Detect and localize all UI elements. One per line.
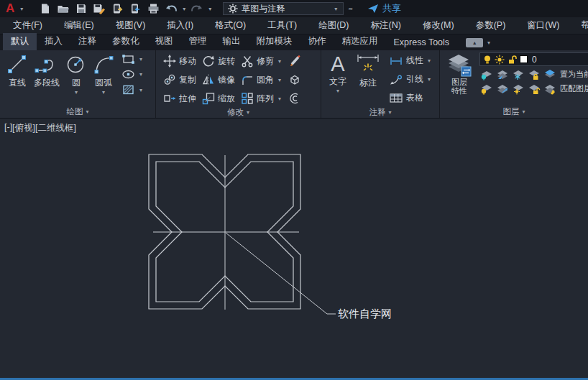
plot-button[interactable] xyxy=(145,1,161,16)
menu-file[interactable]: 文件(F) xyxy=(13,19,42,32)
qat-customize-icon[interactable]: ≂ xyxy=(346,6,354,12)
line-button[interactable]: 直线 xyxy=(4,52,31,90)
circle-dropdown-icon[interactable]: ▾ xyxy=(73,89,79,96)
trim-dropdown-icon[interactable]: ▾ xyxy=(277,58,282,65)
text-dropdown-icon[interactable]: ▾ xyxy=(335,88,341,94)
move-button[interactable]: 移动 xyxy=(163,52,196,70)
menu-dimension[interactable]: 标注(N) xyxy=(371,19,401,32)
panel-modify-expander[interactable]: 修改 ▾ xyxy=(156,107,321,118)
menu-tools[interactable]: 工具(T) xyxy=(267,19,297,32)
menubar: 文件(F) 编辑(E) 视图(V) 插入(I) 格式(O) 工具(T) 绘图(D… xyxy=(0,17,588,34)
menu-format[interactable]: 格式(O) xyxy=(215,19,246,32)
new-file-button[interactable] xyxy=(37,1,53,16)
layer-freeze-icon[interactable] xyxy=(511,68,525,80)
copy-button[interactable]: 复制 xyxy=(163,71,196,88)
share-button[interactable]: 共享 xyxy=(367,2,401,15)
linear-dropdown-icon[interactable]: ▾ xyxy=(426,57,432,64)
circle-button[interactable]: 圆 ▾ xyxy=(63,52,90,96)
menu-window[interactable]: 窗口(W) xyxy=(527,19,559,32)
undo-dropdown-icon[interactable]: ▾ xyxy=(181,6,187,12)
menu-help[interactable]: 帮助(H) xyxy=(581,19,588,32)
menu-draw[interactable]: 绘图(D) xyxy=(318,19,349,32)
hatch-icon xyxy=(121,84,136,96)
tab-addins[interactable]: 附加模块 xyxy=(249,33,300,50)
open-file-button[interactable] xyxy=(55,1,71,16)
arc-label: 圆弧 xyxy=(95,77,112,89)
ribbon-collapse-button[interactable]: ▲ ▾ xyxy=(466,38,492,50)
tab-home[interactable]: 默认 xyxy=(3,33,37,50)
ellipse-dropdown-icon[interactable]: ▾ xyxy=(138,71,144,78)
save-button[interactable] xyxy=(73,1,89,16)
tab-output[interactable]: 输出 xyxy=(215,33,249,50)
mirror-button[interactable]: 镜像 xyxy=(202,71,235,88)
linear-dimension-button[interactable]: 线性 ▾ xyxy=(389,52,432,69)
ribbon-tabbar: 默认 插入 注释 参数化 视图 管理 输出 附加模块 协作 精选应用 Expre… xyxy=(0,34,588,50)
hatch-dropdown-icon[interactable]: ▾ xyxy=(138,87,144,93)
panel-annotate-expander[interactable]: 注释 ▾ xyxy=(321,106,439,118)
menu-view[interactable]: 视图(V) xyxy=(116,19,146,32)
table-button[interactable]: 表格 xyxy=(389,90,432,106)
menu-modify[interactable]: 修改(M) xyxy=(423,19,454,32)
tab-manage[interactable]: 管理 xyxy=(181,33,215,50)
rectangle-dropdown-icon[interactable]: ▾ xyxy=(138,56,144,62)
open-from-web-mobile-button[interactable] xyxy=(109,1,125,16)
layer-unlock-small-icon[interactable] xyxy=(527,83,541,95)
menu-insert[interactable]: 插入(I) xyxy=(167,19,193,32)
model-space-canvas[interactable]: [-] [俯视] [二维线框] 软件自学网 xyxy=(0,119,588,378)
layer-isolate-icon[interactable] xyxy=(479,68,493,80)
menu-parametric[interactable]: 参数(P) xyxy=(476,19,506,32)
tab-annotate[interactable]: 注释 xyxy=(70,33,104,50)
trim-button[interactable]: 修剪 ▾ xyxy=(241,52,282,70)
layer-walk-icon[interactable] xyxy=(495,68,509,80)
explode-button[interactable] xyxy=(288,71,301,88)
scale-button[interactable]: 缩放 xyxy=(202,90,235,107)
array-dropdown-icon[interactable]: ▾ xyxy=(277,96,282,102)
panel-layers-expander[interactable]: 图层 ▾ xyxy=(440,106,588,118)
text-button[interactable]: A 文字 ▾ xyxy=(327,52,349,95)
redo-dropdown-icon[interactable]: ▾ xyxy=(207,6,213,12)
ellipse-button[interactable]: ▾ xyxy=(121,69,144,80)
hatch-button[interactable]: ▾ xyxy=(121,84,144,96)
redo-button[interactable] xyxy=(189,1,205,16)
rectangle-button[interactable]: ▾ xyxy=(121,54,144,65)
layer-thaw-icon[interactable] xyxy=(511,83,525,95)
offset-button[interactable] xyxy=(288,90,301,107)
tab-express-tools[interactable]: Express Tools xyxy=(386,35,458,50)
layer-properties-button[interactable]: 图层 特性 xyxy=(444,52,475,96)
layer-off-icon[interactable] xyxy=(479,83,493,95)
tab-view[interactable]: 视图 xyxy=(147,33,181,50)
tab-insert[interactable]: 插入 xyxy=(37,33,70,50)
fillet-dropdown-icon[interactable]: ▾ xyxy=(277,77,282,83)
erase-button[interactable] xyxy=(288,52,301,70)
logo-dropdown-icon[interactable]: ▾ xyxy=(19,6,24,12)
save-to-web-mobile-button[interactable] xyxy=(127,1,143,16)
autocad-logo-icon[interactable]: A xyxy=(4,1,16,16)
leader-dropdown-icon[interactable]: ▾ xyxy=(426,76,432,83)
dimension-button[interactable]: 标注 xyxy=(353,52,383,90)
menu-edit[interactable]: 编辑(E) xyxy=(64,19,94,32)
tab-parametric[interactable]: 参数化 xyxy=(104,33,147,50)
arc-dropdown-icon[interactable]: ▾ xyxy=(101,89,106,96)
undo-button[interactable] xyxy=(163,1,179,16)
layer-lock-icon[interactable] xyxy=(527,68,541,80)
layer-move-icon[interactable] xyxy=(495,83,509,95)
polyline-button[interactable]: 多段线 xyxy=(31,52,63,90)
leader-button[interactable]: 引线 ▾ xyxy=(389,71,432,88)
layer-match-icon[interactable] xyxy=(543,83,556,95)
rotate-button[interactable]: 旋转 xyxy=(202,52,235,70)
match-layer-button[interactable]: 匹配图层 xyxy=(560,83,588,94)
workspace-selector[interactable]: 草图与注释 ▾ xyxy=(223,2,344,15)
panel-draw-expander[interactable]: 绘图 ▾ xyxy=(0,106,155,118)
stretch-button[interactable]: 拉伸 xyxy=(163,90,196,107)
save-as-button[interactable] xyxy=(91,1,107,16)
layer-set-current-icon[interactable] xyxy=(543,68,556,80)
fillet-button[interactable]: 圆角 ▾ xyxy=(241,71,282,88)
line-label: 直线 xyxy=(9,77,26,89)
set-current-button[interactable]: 置为当前 xyxy=(560,69,588,80)
circle-label: 圆 xyxy=(72,77,81,89)
tab-collaborate[interactable]: 协作 xyxy=(300,33,334,50)
layer-dropdown[interactable]: 0 xyxy=(479,52,588,66)
tab-featured-apps[interactable]: 精选应用 xyxy=(334,33,386,50)
arc-button[interactable]: 圆弧 ▾ xyxy=(90,52,117,96)
array-button[interactable]: 阵列 ▾ xyxy=(241,90,282,107)
